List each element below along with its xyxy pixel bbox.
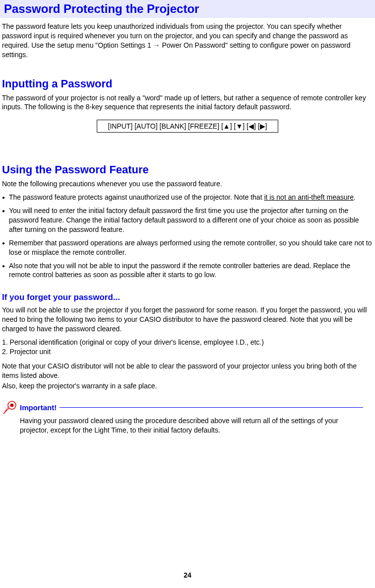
section-heading-inputting: Inputting a Password xyxy=(2,77,373,90)
bullet-underline: it is not an anti-theft measure xyxy=(264,193,354,201)
list-item: Also note that you will not be able to i… xyxy=(2,261,373,280)
page-title: Password Protecting the Projector xyxy=(4,2,371,16)
svg-point-1 xyxy=(10,404,14,407)
list-item: The password feature protects against un… xyxy=(2,193,373,202)
page-number: 24 xyxy=(0,571,375,579)
inputting-text: The password of your projector is not re… xyxy=(2,93,373,112)
important-label: Important! xyxy=(20,403,57,412)
warranty-note: Also, keep the projector's warranty in a… xyxy=(2,381,373,391)
bullet-text: . xyxy=(354,193,356,201)
forget-note: Note that your CASIO distributor will no… xyxy=(2,362,373,380)
important-text: Having your password cleared using the p… xyxy=(20,416,373,435)
section-heading-using: Using the Password Feature xyxy=(2,163,373,176)
password-sequence-box: [INPUT] [AUTO] [BLANK] [FREEZE] [▲] [▼] … xyxy=(97,120,279,133)
subsection-heading-forget: If you forget your password... xyxy=(2,293,373,302)
intro-paragraph: The password feature lets you keep unaut… xyxy=(2,22,373,60)
using-intro: Note the following precautions whenever … xyxy=(2,179,373,189)
important-callout: Important! Having your password cleared … xyxy=(2,399,373,435)
important-icon xyxy=(2,399,18,415)
list-item: Remember that password operations are al… xyxy=(2,238,373,257)
list-item: You will need to enter the initial facto… xyxy=(2,206,373,234)
precautions-list: The password feature protects against un… xyxy=(2,193,373,280)
numbered-item: 1. Personal identification (original or … xyxy=(2,338,373,347)
bullet-text: The password feature protects against un… xyxy=(9,193,264,201)
important-divider xyxy=(60,407,363,408)
forget-text: You will not be able to use the projecto… xyxy=(2,305,373,334)
numbered-item: 2. Projector unit xyxy=(2,347,373,357)
